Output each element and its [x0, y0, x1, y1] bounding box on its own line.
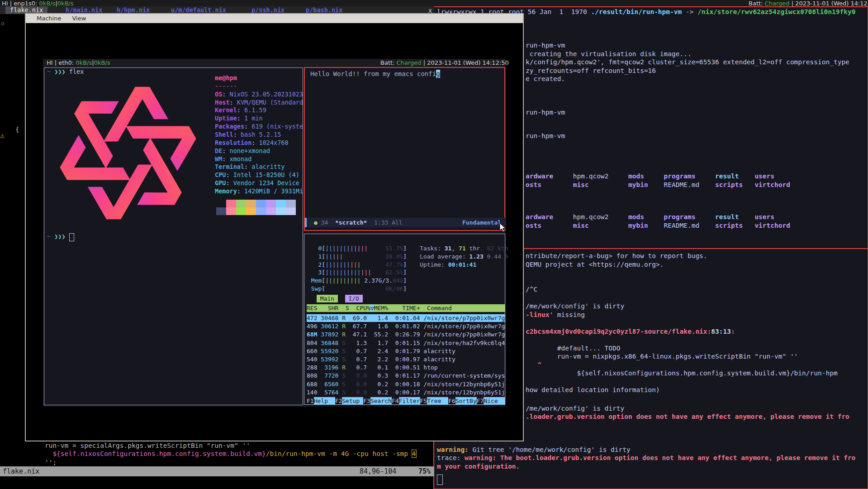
palette-swatch [246, 207, 256, 215]
emacs-modeline [305, 218, 506, 227]
palette-swatch [276, 207, 286, 215]
vm-screen[interactable] [43, 59, 506, 407]
palette-swatch [246, 200, 256, 207]
statusbar-cursor-position: 84,96-104 [360, 466, 396, 476]
palette-swatch [256, 207, 266, 215]
terminal-line: ⚠ [0, 133, 5, 140]
palette-swatch [266, 207, 276, 215]
palette-swatch [226, 200, 236, 207]
palette-swatch [266, 200, 276, 207]
terminal-line: ${self.nixosConfigurations.hpm.config.sy… [29, 450, 416, 458]
terminal-line: run-vm = specialArgs.pkgs.writeScriptBin… [29, 441, 250, 450]
palette-swatch [236, 207, 246, 215]
machine-menu[interactable]: Machine [37, 14, 61, 23]
statusbar-scroll-percent: 75% [418, 466, 431, 476]
nixos-logo [49, 74, 207, 232]
vm-emacs-pane[interactable] [304, 67, 505, 231]
terminal-line: ''; [29, 458, 57, 466]
palette-swatch [216, 207, 226, 215]
mouse-cursor [499, 223, 507, 233]
terminal-line: { [15, 126, 19, 134]
palette-swatch [286, 200, 296, 207]
palette-swatch [276, 200, 286, 207]
palette-swatch [236, 200, 246, 207]
palette-swatch [256, 200, 266, 207]
editor-status-bar: flake.nix 84,96-104 75% [0, 466, 434, 476]
terminal-color-palette [216, 200, 296, 215]
qemu-menu-bar: MachineView [26, 14, 523, 23]
vm-htop-pane[interactable] [304, 234, 505, 405]
palette-swatch [286, 207, 296, 215]
view-menu[interactable]: View [72, 14, 86, 23]
palette-swatch [226, 207, 236, 215]
terminal-line: o [1, 20, 5, 27]
vm-status-bar [43, 59, 506, 67]
desktop: flake.nixh/main.nixh/hpm.nixu/m/default.… [0, 0, 868, 489]
palette-swatch [216, 200, 226, 207]
statusbar-filename: flake.nix [3, 466, 39, 476]
host-status-bar [0, 0, 868, 6]
